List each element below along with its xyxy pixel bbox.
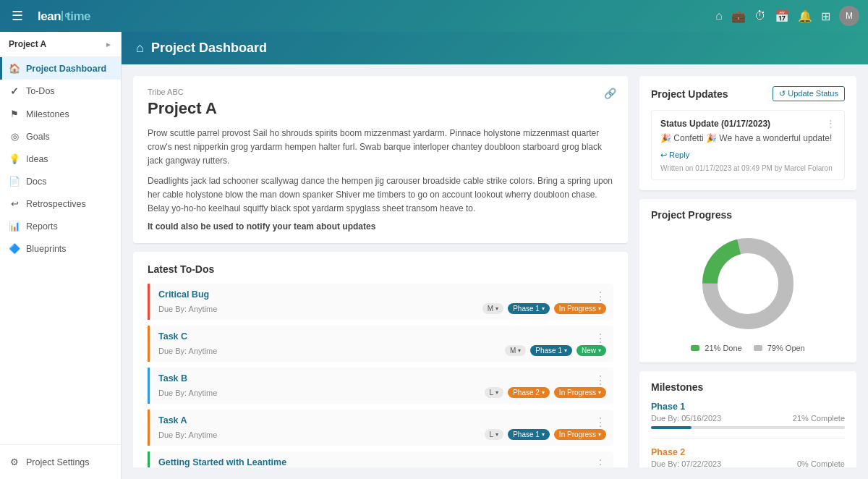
status-update-title: Status Update (01/17/2023) [660, 119, 770, 129]
status-update-body: 🎉 Confetti 🎉 We have a wonderful update! [660, 133, 835, 143]
todo-name[interactable]: Task A [158, 415, 187, 425]
priority-badge[interactable]: L ▾ [485, 429, 504, 440]
legend-done-label: 21% Done [705, 344, 741, 352]
project-subtitle: Tribe ABC [148, 88, 613, 96]
sidebar-label-project-settings: Project Settings [26, 457, 90, 467]
sidebar: Project A ► 🏠 Project Dashboard ✓ To-Dos… [0, 32, 122, 479]
todo-name[interactable]: Task B [158, 373, 187, 383]
sidebar-item-retrospectives[interactable]: ↩ Retrospectives [0, 192, 121, 215]
user-avatar[interactable]: M [839, 6, 859, 26]
todo-badges: L ▾ Phase 2 ▾ In Progress ▾ [485, 387, 606, 398]
milestone-fill [651, 426, 692, 429]
project-info-card: Tribe ABC Project A 🔗 Prow scuttle parre… [133, 76, 628, 243]
bell-icon[interactable]: 🔔 [798, 9, 812, 23]
milestone-pct: 21% Complete [793, 414, 845, 423]
todo-badges: M ▾ Phase 1 ▾ New ▾ [505, 345, 606, 356]
blueprints-icon: 🔷 [9, 243, 20, 254]
page-header: ⌂ Project Dashboard [122, 32, 868, 64]
progress-title: Project Progress [651, 209, 845, 221]
todo-name[interactable]: Critical Bug [158, 289, 209, 300]
sidebar-item-project-settings[interactable]: ⚙ Project Settings [0, 451, 121, 473]
phase-badge[interactable]: Phase 2 ▾ [508, 387, 550, 398]
grid-icon[interactable]: ⊞ [821, 9, 830, 23]
todo-meta: Due By: Anytime L ▾ Phase 2 ▾ In Progres… [158, 387, 606, 398]
todo-name[interactable]: Task C [158, 331, 187, 342]
page-title: Project Dashboard [151, 41, 267, 56]
sidebar-label-ideas: Ideas [26, 154, 48, 164]
milestone-name[interactable]: Phase 2 [651, 447, 845, 457]
milestone-meta: Due By: 05/16/2023 21% Complete [651, 414, 845, 423]
todo-badges: L ▾ Phase 1 ▾ In Progress ▾ [485, 429, 606, 440]
todos-section-title: Latest To-Dos [148, 263, 613, 275]
legend-done-dot [691, 345, 699, 351]
sidebar-item-milestones[interactable]: ⚑ Milestones [0, 103, 121, 125]
status-badge[interactable]: New ▾ [576, 345, 606, 356]
home-icon[interactable]: ⌂ [715, 9, 723, 22]
todo-menu-button[interactable]: ⋮ [595, 373, 606, 387]
todo-name[interactable]: Getting Started with Leantime [158, 457, 286, 467]
status-badge[interactable]: In Progress ▾ [554, 303, 606, 314]
sidebar-item-project-dashboard[interactable]: 🏠 Project Dashboard [0, 57, 121, 80]
milestone-item: Phase 2 Due By: 07/22/2023 0% Complete [651, 447, 845, 467]
link-icon[interactable]: 🔗 [604, 88, 616, 99]
status-update-menu-button[interactable]: ⋮ [826, 118, 835, 129]
todo-due: Due By: Anytime [158, 389, 217, 397]
phase-badge[interactable]: Phase 1 ▾ [508, 429, 550, 440]
milestone-item: Phase 1 Due By: 05/16/2023 21% Complete [651, 402, 845, 438]
check-icon: ✓ [9, 85, 20, 97]
reply-button[interactable]: ↩ Reply [660, 151, 689, 159]
priority-badge[interactable]: M ▾ [482, 303, 503, 314]
clock-icon[interactable]: ⏱ [754, 9, 766, 22]
sidebar-item-reports[interactable]: 📊 Reports [0, 215, 121, 237]
priority-badge[interactable]: M ▾ [505, 345, 526, 356]
status-badge[interactable]: In Progress ▾ [554, 429, 606, 440]
updates-header: Project Updates ↺ Update Status [651, 86, 845, 101]
status-author: Written on 01/17/2023 at 09:49 PM by Mar… [660, 164, 835, 172]
project-title: Project A [148, 99, 613, 118]
settings-icon: ⚙ [9, 457, 20, 467]
todo-badges: M ▾ Phase 1 ▾ In Progress ▾ [482, 303, 606, 314]
todo-menu-button[interactable]: ⋮ [595, 331, 606, 345]
project-updates-card: Project Updates ↺ Update Status Status U… [639, 76, 856, 190]
sidebar-label-milestones: Milestones [26, 109, 69, 119]
milestones-title: Milestones [651, 381, 845, 393]
sidebar-item-goals[interactable]: ◎ Goals [0, 125, 121, 148]
legend-done: 21% Done [691, 344, 741, 352]
sidebar-bottom: ⚙ Project Settings [0, 444, 121, 479]
phase-badge[interactable]: Phase 1 ▾ [530, 345, 572, 356]
milestone-icon: ⚑ [9, 109, 20, 119]
priority-badge[interactable]: L ▾ [485, 387, 504, 398]
todo-menu-button[interactable]: ⋮ [595, 415, 606, 429]
briefcase-icon[interactable]: 💼 [731, 9, 746, 23]
milestone-due: Due By: 05/16/2023 [651, 414, 721, 423]
milestones-card: Milestones Phase 1 Due By: 05/16/2023 21… [639, 371, 856, 467]
todo-meta: Due By: Anytime M ▾ Phase 1 ▾ In Progres… [158, 303, 606, 314]
sidebar-item-to-dos[interactable]: ✓ To-Dos [0, 80, 121, 103]
sidebar-item-blueprints[interactable]: 🔷 Blueprints [0, 237, 121, 260]
svg-text:lean: lean [38, 9, 61, 23]
milestone-name[interactable]: Phase 1 [651, 402, 845, 412]
sidebar-label-goals: Goals [26, 132, 50, 142]
status-update-item: Status Update (01/17/2023) ⋮ 🎉 Confetti … [651, 110, 845, 180]
sidebar-label-retrospectives: Retrospectives [26, 199, 86, 209]
project-selector[interactable]: Project A ► [0, 32, 121, 57]
legend-open: 79% Open [754, 344, 805, 352]
phase-badge[interactable]: Phase 1 ▾ [508, 303, 550, 314]
project-note: It could also be used to notify your tea… [148, 221, 613, 232]
status-badge[interactable]: In Progress ▾ [554, 387, 606, 398]
sidebar-item-ideas[interactable]: 💡 Ideas [0, 148, 121, 170]
todo-due: Due By: Anytime [158, 347, 217, 355]
todo-item: Task C ⋮ Due By: Anytime M ▾ Phase 1 ▾ N… [148, 326, 613, 362]
update-status-button[interactable]: ↺ Update Status [773, 86, 845, 101]
app-logo: lean time [38, 8, 103, 24]
todo-menu-button[interactable]: ⋮ [595, 457, 606, 467]
sidebar-item-docs[interactable]: 📄 Docs [0, 170, 121, 192]
todo-menu-button[interactable]: ⋮ [595, 289, 606, 303]
calendar-icon[interactable]: 📅 [775, 9, 789, 23]
menu-toggle-button[interactable]: ☰ [9, 5, 26, 27]
todo-item: Getting Started with Leantime ⋮ Due By: … [148, 452, 613, 467]
milestone-due: Due By: 07/22/2023 [651, 459, 721, 467]
home-icon: 🏠 [9, 63, 20, 74]
milestone-meta: Due By: 07/22/2023 0% Complete [651, 459, 845, 467]
sidebar-label-project-dashboard: Project Dashboard [26, 64, 106, 74]
